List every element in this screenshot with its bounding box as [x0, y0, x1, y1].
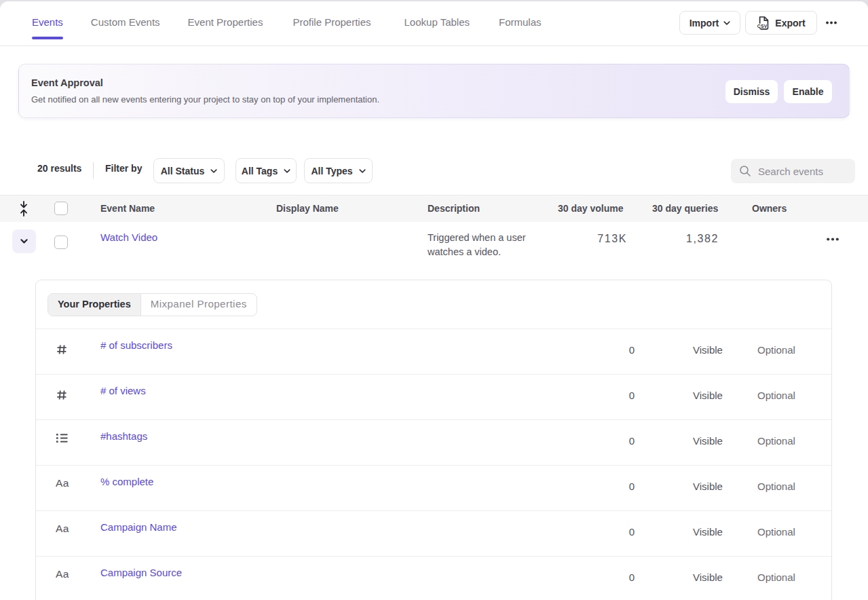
- svg-text:CSV: CSV: [757, 23, 768, 28]
